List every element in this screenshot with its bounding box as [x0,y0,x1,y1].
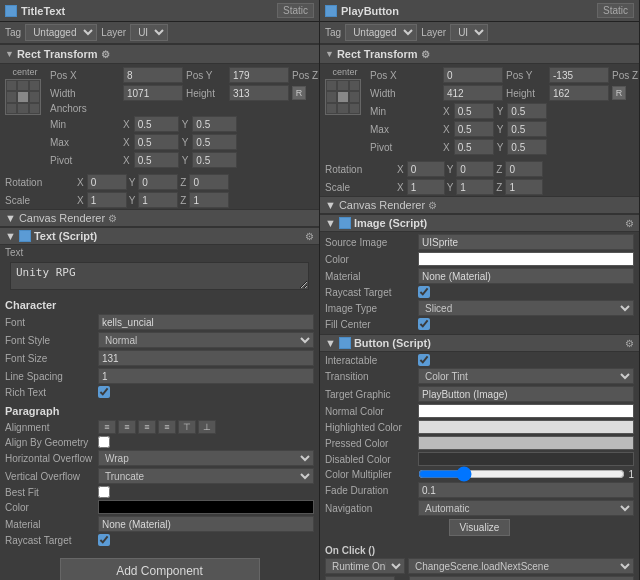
right-max-y-input[interactable] [507,121,547,137]
right-layer-select[interactable]: UI [450,24,488,41]
image-type-select[interactable]: Sliced [418,300,634,316]
align-center-button[interactable]: ≡ [118,420,136,434]
active-checkbox[interactable] [5,5,17,17]
pressed-color-swatch[interactable] [418,436,634,450]
right-pivot-x-input[interactable] [454,139,494,155]
rot-y-input[interactable] [138,174,178,190]
align-by-geometry-checkbox[interactable] [98,436,110,448]
right-gear-icon[interactable]: ⚙ [421,49,430,60]
right-scale-z-input[interactable] [505,179,543,195]
gear-icon[interactable]: ⚙ [101,49,110,60]
right-canvas-gear-icon[interactable]: ⚙ [428,200,437,211]
text-value-input[interactable]: Unity RPG [10,262,309,290]
canvas-gear-icon[interactable]: ⚙ [108,213,117,224]
posx-input[interactable] [123,67,183,83]
max-x-input[interactable] [134,134,179,150]
align-right-button[interactable]: ≡ [138,420,156,434]
material-input[interactable] [98,516,314,532]
navigation-select[interactable]: Automatic [418,500,634,516]
scale-y-input[interactable] [138,192,178,208]
button-gear-icon[interactable]: ⚙ [625,338,634,349]
image-gear-icon[interactable]: ⚙ [625,218,634,229]
rich-text-checkbox[interactable] [98,386,110,398]
vert-overflow-select[interactable]: Truncate [98,468,314,484]
param-input[interactable] [409,576,634,580]
min-y-input[interactable] [192,116,237,132]
highlighted-color-swatch[interactable] [418,420,634,434]
image-material-input[interactable] [418,268,634,284]
right-tag-select[interactable]: Untagged [345,24,417,41]
raycast-checkbox[interactable] [98,534,110,546]
fade-duration-input[interactable] [418,482,634,498]
right-min-x-input[interactable] [454,103,494,119]
function-select[interactable]: ChangeScene.loadNextScene [408,558,634,574]
text-active-checkbox[interactable] [19,230,31,242]
visualize-button[interactable]: Visualize [449,519,511,536]
runtime-select[interactable]: Runtime Only [325,558,405,574]
scale-x-input[interactable] [87,192,127,208]
right-anchor-box[interactable] [325,79,361,115]
line-spacing-input[interactable] [98,368,314,384]
font-style-select[interactable]: Normal [98,332,314,348]
image-collapse-icon[interactable]: ▼ [325,217,336,229]
min-x-input[interactable] [134,116,179,132]
align-top-button[interactable]: ⊤ [178,420,196,434]
r-button[interactable]: R [292,86,306,100]
object-field[interactable] [325,576,395,580]
font-input[interactable] [98,314,314,330]
align-justify-button[interactable]: ≡ [158,420,176,434]
best-fit-checkbox[interactable] [98,486,110,498]
height-input[interactable] [229,85,289,101]
align-middle-button[interactable]: ⊥ [198,420,216,434]
target-graphic-input[interactable] [418,386,634,402]
horiz-overflow-select[interactable]: Wrap [98,450,314,466]
pivot-x-input[interactable] [134,152,179,168]
transition-select[interactable]: Color Tint [418,368,634,384]
align-left-button[interactable]: ≡ [98,420,116,434]
pivot-y-input[interactable] [192,152,237,168]
max-y-input[interactable] [192,134,237,150]
right-min-y-input[interactable] [507,103,547,119]
width-input[interactable] [123,85,183,101]
right-rot-y-input[interactable] [456,161,494,177]
posy-input[interactable] [229,67,289,83]
disabled-color-swatch[interactable] [418,452,634,466]
rot-x-input[interactable] [87,174,127,190]
collapse-icon[interactable]: ▼ [5,49,14,59]
add-component-button[interactable]: Add Component [60,558,260,580]
font-size-input[interactable] [98,350,314,366]
right-collapse-icon[interactable]: ▼ [325,49,334,59]
right-scale-y-input[interactable] [456,179,494,195]
right-max-x-input[interactable] [454,121,494,137]
text-collapse-icon[interactable]: ▼ [5,230,16,242]
tag-select[interactable]: Untagged [25,24,97,41]
normal-color-swatch[interactable] [418,404,634,418]
button-collapse-icon[interactable]: ▼ [325,337,336,349]
color-multiplier-slider[interactable] [418,468,625,480]
right-r-button[interactable]: R [612,86,626,100]
layer-select[interactable]: UI [130,24,168,41]
right-canvas-collapse-icon[interactable]: ▼ [325,199,336,211]
scale-z-input[interactable] [189,192,229,208]
image-raycast-checkbox[interactable] [418,286,430,298]
text-gear-icon[interactable]: ⚙ [305,231,314,242]
right-posy-input[interactable] [549,67,609,83]
fill-center-checkbox[interactable] [418,318,430,330]
color-swatch[interactable] [98,500,314,514]
right-active-checkbox[interactable] [325,5,337,17]
right-rot-x-input[interactable] [407,161,445,177]
button-active-checkbox[interactable] [339,337,351,349]
interactable-checkbox[interactable] [418,354,430,366]
image-active-checkbox[interactable] [339,217,351,229]
right-height-input[interactable] [549,85,609,101]
right-posx-input[interactable] [443,67,503,83]
source-image-input[interactable] [418,234,634,250]
image-color-swatch[interactable] [418,252,634,266]
anchor-box[interactable] [5,79,41,115]
right-scale-x-input[interactable] [407,179,445,195]
right-pivot-y-input[interactable] [507,139,547,155]
right-width-input[interactable] [443,85,503,101]
canvas-collapse-icon[interactable]: ▼ [5,212,16,224]
right-rot-z-input[interactable] [505,161,543,177]
rot-z-input[interactable] [189,174,229,190]
